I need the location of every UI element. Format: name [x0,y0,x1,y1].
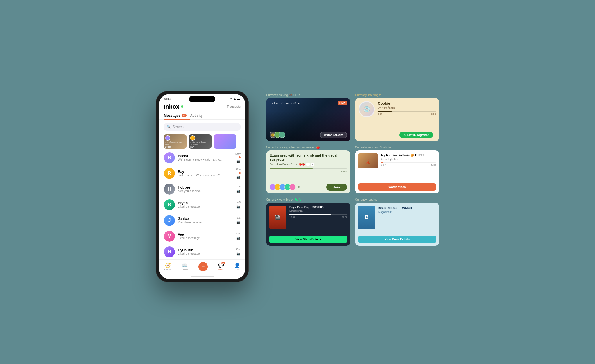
hulu-info: Days Beer Day • S08 E06 Letterkenny 15:5… [289,206,347,233]
hulu-thumbnail: 🎬 [269,206,286,229]
msg-camera-hyun: 📷 [236,252,241,256]
view-show-button[interactable]: View Show Details [269,236,347,243]
nav-guides-label: Guides [182,269,188,271]
story-sub-becca: is in a Pomodoro studysession. [165,141,183,146]
message-item-janice[interactable]: J Janice You shared a video. 1/5 📷 [159,213,245,228]
msg-camera-janice: 📷 [236,220,241,224]
message-item-bryan[interactable]: B Bryan Liked a message. 4/5 📷 [159,197,245,213]
nav-me[interactable]: 👤 Me [234,263,240,271]
tabs-row: Messages 12 Activity [159,112,245,120]
spotify-panel: 💿 Cookie by NewJeans 0:57 3:55 [355,98,439,141]
stream-panel-wrapper: Currently playing 🎮 DGTa as Earth Spirit… [266,94,350,141]
pomodoro-plus: +15 [297,186,301,188]
nav-inbox-label: Inbox [218,269,223,271]
message-item-hobbes[interactable]: H Hobbes sent you a recipe. 7/5 📷 [159,181,245,197]
tab-activity-label: Activity [190,114,202,118]
main-scene: 9:41 ▪▪▪ ▲ ▬ Inbox Requests [156,91,439,282]
msg-content-ray: Ray Just reached! Where are you at? [178,170,232,177]
youtube-panel: 🗼 My first time in Paris 🥐 THREE... @ash… [355,150,439,193]
stream-top: as Earth Spirit • 23:57 LIVE [270,101,347,105]
msg-content-vee: Vee Liked a message. [178,232,232,240]
stream-overlay: as Earth Spirit • 23:57 LIVE 🙂 Watch Str… [266,98,350,141]
message-item-hyun[interactable]: H Hyun-Bin Liked a message. 30/4 📷 [159,244,245,259]
watch-stream-button[interactable]: Watch Stream [320,132,347,138]
book-title: Issue No. 91 — Hawaii [378,206,436,210]
pomodoro-time-total: 25:00 [341,170,347,173]
msg-time-hyun: 30/4 [235,248,241,251]
phone-time: 9:41 [164,97,171,101]
hulu-logo-text: hulu [295,198,301,201]
home-indicator [191,276,214,277]
book-cover: B [358,206,375,229]
nav-inbox[interactable]: 💬 12 Inbox [218,263,224,271]
search-bar[interactable]: 🔍 Search [164,123,241,131]
msg-dot-becca [239,156,241,158]
youtube-info: My first time in Paris 🥐 THREE... @ashle… [381,153,436,181]
msg-content-janice: Janice You shared a video. [178,217,234,224]
requests-link[interactable]: Requests [227,105,241,108]
hulu-progress-fill [289,214,331,215]
nav-guides[interactable]: 📖 Guides [182,263,188,271]
tab-messages[interactable]: Messages 12 [164,112,190,119]
message-item-ray[interactable]: R Ray Just reached! Where are you at? 57… [159,166,245,181]
msg-time-ray: 57m [235,168,241,171]
phone-frame: 9:41 ▪▪▪ ▲ ▬ Inbox Requests [156,91,249,282]
nav-explore-label: Explore [164,269,171,271]
hulu-panel: 🎬 Days Beer Day • S08 E06 Letterkenny 15… [266,203,350,246]
youtube-progress-fill [381,162,383,163]
msg-name-becca: Becca [178,154,232,158]
msg-right-hobbes: 7/5 📷 [236,185,241,193]
app-header: Inbox Requests Messages 12 Activity [159,102,245,121]
story-becca[interactable]: Becca is in a Pomodoro studysession. [164,134,187,149]
add-button[interactable]: + [198,262,208,271]
stream-avatar-3 [279,132,285,138]
bottom-nav: 🧭 Explore 📖 Guides + 💬 12 Inbox [159,259,245,275]
pomodoro-count2: 4 [311,163,314,166]
explore-icon: 🧭 [165,263,171,268]
watch-video-button[interactable]: Watch Video [358,183,436,191]
signal-icon: ▪▪▪ [230,97,233,100]
hulu-time-total: 22:00 [342,216,347,218]
message-item-vee[interactable]: V Vee Liked a message. 30/4 📷 [159,228,245,244]
nav-explore[interactable]: 🧭 Explore [164,263,171,271]
listen-together-button[interactable]: ♫ Listen Together [399,132,433,138]
story-other[interactable] [214,134,236,149]
msg-camera-bryan: 📷 [236,205,241,209]
pomodoro-sub-text: Pomodoro Round 3 of 4 [270,163,298,166]
join-button[interactable]: Join [326,184,347,191]
msg-preview-hobbes: sent you a recipe. [178,189,234,193]
stream-title: as Earth Spirit • 23:57 [270,101,301,105]
msg-name-ray: Ray [178,170,232,174]
msg-name-vee: Vee [178,232,232,236]
pomodoro-panel-wrapper: Currently hosting a Pomodoro session 🍅 E… [266,146,350,193]
phone-notch [189,96,215,102]
message-list: B Becca We're gonna study + catch a sho.… [159,150,245,259]
view-book-button[interactable]: View Book Details [358,236,436,243]
spotify-time-total: 3:55 [431,113,436,115]
tab-activity[interactable]: Activity [190,112,206,119]
story-row: Becca is in a Pomodoro studysession. Ray… [159,133,245,150]
story-ray[interactable]: Ray is listening to Cookieon Spotify. [189,134,212,149]
msg-camera-ray: 📷 [236,175,241,179]
pomodoro-panel: Exam prep with some krnb and the usual s… [266,150,350,193]
msg-dot-ray [239,172,241,174]
online-dot [181,105,183,108]
avatar-ray: R [164,168,175,179]
msg-right-hyun: 30/4 📷 [235,248,241,256]
msg-content-bryan: Bryan Liked a message. [178,201,234,208]
msg-time-vee: 30/4 [235,232,241,235]
spotify-info: Cookie by NewJeans 0:57 3:55 [378,101,436,130]
avatar-becca: B [164,152,175,163]
hulu-times: 15:57 22:00 [289,216,347,218]
avatar-hobbes: H [164,184,175,195]
msg-time-hobbes: 7/5 [237,185,241,188]
nav-me-label: Me [236,269,239,271]
msg-time-janice: 1/5 [237,216,241,219]
message-item-becca[interactable]: B Becca We're gonna study + catch a sho.… [159,150,245,166]
youtube-label: Currently watching YouTube [355,146,439,149]
nav-add[interactable]: + [198,262,208,271]
spotify-panel-wrapper: Currently listening to 💿 Cookie by NewJe… [355,94,439,141]
msg-camera-hobbes: 📷 [236,189,241,193]
book-panel: B Issue No. 91 — Hawaii Magazine B View … [355,203,439,246]
story-avatar-ray [190,135,195,141]
